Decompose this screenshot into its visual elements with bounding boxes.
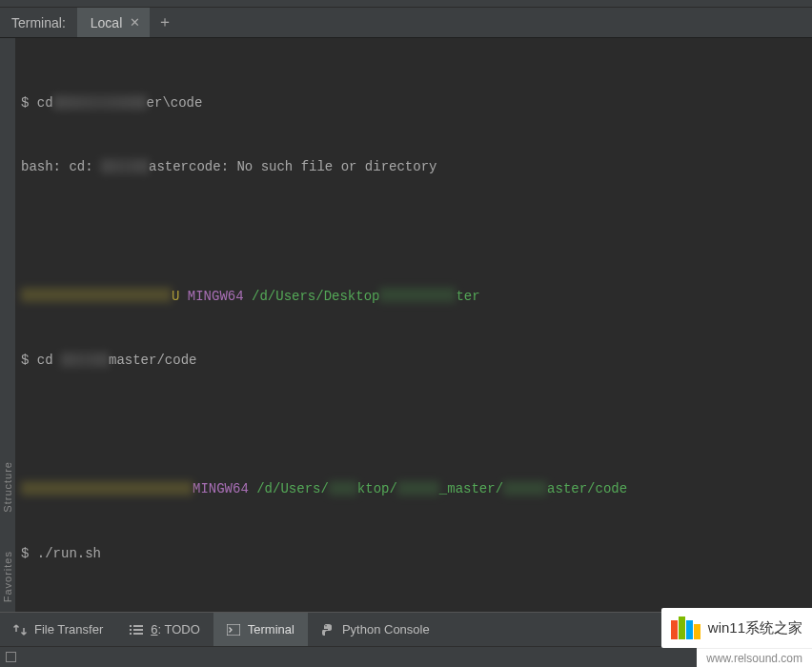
redacted-text — [503, 481, 547, 495]
tool-label: 6: TODO — [151, 622, 200, 637]
watermark: win11系统之家 — [661, 608, 812, 648]
tool-file-transfer[interactable]: File Transfer — [0, 613, 116, 646]
status-bar — [0, 646, 812, 667]
prompt-host: MINGW64 — [193, 474, 256, 506]
svg-rect-6 — [227, 624, 240, 636]
prompt-host: MINGW64 — [188, 281, 252, 313]
tab-label: Local — [91, 15, 122, 30]
status-square-icon[interactable] — [6, 652, 16, 662]
cmd-text: er\code — [147, 95, 203, 111]
tab-local[interactable]: Local ✕ — [77, 8, 150, 37]
tool-label: File Transfer — [34, 622, 103, 637]
svg-rect-4 — [130, 633, 132, 635]
redacted-text — [21, 481, 193, 495]
terminal-output[interactable]: $ cder\code bash: cd: astercode: No such… — [15, 38, 812, 610]
list-icon — [130, 624, 143, 636]
close-icon[interactable]: ✕ — [130, 16, 140, 29]
tool-todo[interactable]: 6: TODO — [116, 613, 213, 646]
redacted-text — [379, 288, 456, 302]
watermark-text: win11系统之家 — [708, 619, 802, 637]
sidebar-item-structure[interactable]: Structure — [2, 461, 13, 513]
prompt-path: /d/Users/ — [256, 481, 329, 496]
editor-strip — [0, 0, 812, 8]
svg-rect-3 — [133, 629, 143, 631]
sidebar-item-favorites[interactable]: Favorites — [2, 551, 13, 602]
redacted-text — [101, 159, 149, 173]
terminal-title-label: Terminal: — [0, 8, 77, 37]
prompt-path: ktop/ — [357, 481, 397, 496]
output-text: bash: cd: — [21, 159, 101, 174]
python-icon — [321, 623, 335, 637]
prompt-user: U — [172, 289, 188, 304]
tool-label: Terminal — [248, 622, 294, 637]
redacted-text — [53, 95, 147, 110]
svg-rect-2 — [130, 629, 132, 631]
redacted-text — [21, 288, 172, 302]
left-tool-sidebar: Structure Favorites — [0, 38, 15, 612]
svg-rect-1 — [133, 625, 143, 627]
output-text: : No such file or directory — [221, 159, 437, 174]
redacted-text — [61, 353, 109, 367]
redacted-text — [329, 481, 357, 495]
tool-terminal[interactable]: Terminal — [213, 613, 308, 646]
svg-point-7 — [325, 625, 326, 626]
redacted-text — [397, 481, 439, 495]
terminal-tab-row: Terminal: Local ✕ ＋ — [0, 8, 812, 38]
cmd-text: $ ./run.sh — [21, 538, 101, 571]
cmd-text: $ cd — [21, 353, 61, 368]
prompt-path: /d/Users/Desktop — [252, 289, 379, 304]
prompt-path: _master/ — [439, 481, 503, 496]
prompt-path: ter — [456, 289, 479, 304]
watermark-logo-icon — [671, 616, 700, 639]
add-tab-button[interactable]: ＋ — [150, 8, 180, 37]
svg-rect-0 — [130, 625, 132, 627]
transfer-icon — [13, 623, 27, 637]
cmd-text: $ cd — [21, 95, 53, 111]
svg-rect-5 — [133, 633, 143, 635]
output-text: astercode — [149, 159, 221, 174]
prompt-path: aster/code — [547, 481, 627, 496]
terminal-icon — [227, 624, 240, 636]
tool-python-console[interactable]: Python Console — [308, 613, 443, 646]
watermark-url: www.relsound.com — [697, 648, 812, 667]
tool-label: Python Console — [342, 622, 430, 637]
cmd-text: master/code — [109, 353, 196, 368]
